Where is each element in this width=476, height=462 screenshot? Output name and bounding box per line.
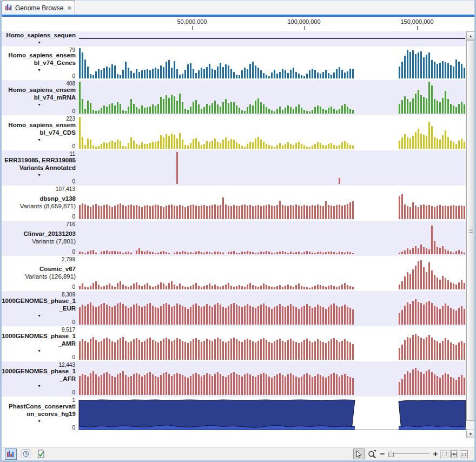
data-bar xyxy=(447,340,449,360)
data-bar xyxy=(409,138,411,149)
data-bar xyxy=(453,378,454,395)
data-bar xyxy=(233,102,235,114)
track-dropdown-icon[interactable]: ▾ xyxy=(38,384,40,388)
fit-width-button[interactable] xyxy=(450,450,458,458)
track-chart[interactable] xyxy=(78,31,466,47)
track-chart[interactable] xyxy=(78,186,466,221)
data-bar xyxy=(187,206,189,219)
data-bar xyxy=(187,146,189,149)
data-bar xyxy=(220,205,221,219)
data-bar xyxy=(230,69,232,78)
zoom-slider[interactable] xyxy=(388,450,429,458)
scroll-up-button[interactable]: ▲ xyxy=(466,31,475,40)
track-chart[interactable] xyxy=(78,115,466,150)
data-bar xyxy=(274,206,275,219)
track-chart[interactable] xyxy=(78,291,466,326)
data-bar xyxy=(328,307,329,325)
data-bar xyxy=(79,117,81,149)
data-bar xyxy=(330,339,332,360)
data-bar xyxy=(442,135,444,149)
track-dropdown-icon[interactable]: ▾ xyxy=(38,41,40,45)
track-dropdown-icon[interactable]: ▾ xyxy=(38,173,40,177)
data-bar xyxy=(263,283,265,289)
track-dropdown-icon[interactable]: ▾ xyxy=(38,419,40,424)
data-bar xyxy=(434,374,435,395)
data-bar xyxy=(418,207,419,219)
vertical-scrollbar-thumb[interactable] xyxy=(466,40,475,421)
data-bar xyxy=(260,102,262,114)
history-view-button[interactable] xyxy=(20,448,32,460)
track-dropdown-icon[interactable]: ▾ xyxy=(38,349,40,353)
vertical-scrollbar[interactable]: ▲ ▼ xyxy=(466,31,474,438)
data-bar xyxy=(241,205,243,219)
data-bar xyxy=(101,206,102,219)
data-bar xyxy=(268,342,270,360)
data-bar xyxy=(333,72,335,78)
data-bar xyxy=(79,252,81,254)
data-bar xyxy=(404,204,406,219)
data-bar xyxy=(166,206,167,219)
data-bar xyxy=(257,137,259,149)
data-bar xyxy=(423,305,425,325)
zoom-slider-thumb[interactable] xyxy=(388,451,394,457)
data-bar xyxy=(442,206,444,219)
track-dropdown-icon[interactable]: ▾ xyxy=(38,314,40,318)
data-bar xyxy=(84,375,86,395)
data-bar xyxy=(128,68,129,78)
element-info-view-button[interactable] xyxy=(35,448,47,460)
data-bar xyxy=(287,285,289,289)
data-bar xyxy=(163,373,164,395)
tab-genome-browser[interactable]: Genome Browse... × xyxy=(2,1,75,15)
data-bar xyxy=(114,206,116,219)
zoom-tool-button[interactable] xyxy=(366,448,378,459)
data-bar xyxy=(252,307,254,325)
fit-width-icon xyxy=(451,452,457,457)
track-chart[interactable] xyxy=(78,80,466,115)
data-bar xyxy=(141,207,143,219)
zoom-in-button[interactable]: + xyxy=(432,450,439,458)
data-bar xyxy=(320,341,321,360)
track-chart[interactable] xyxy=(78,256,466,291)
data-bar xyxy=(230,304,232,325)
track-dropdown-icon[interactable]: ▾ xyxy=(38,138,40,142)
data-bar xyxy=(209,306,210,325)
track-dropdown-icon[interactable]: ▾ xyxy=(38,103,40,107)
data-bar xyxy=(282,251,283,254)
zoom-selection-button[interactable] xyxy=(440,450,448,458)
track-chart[interactable] xyxy=(78,150,466,186)
scroll-down-button[interactable]: ▼ xyxy=(466,430,475,438)
data-bar xyxy=(458,62,460,78)
zoom-out-button[interactable]: − xyxy=(379,450,386,458)
data-bar xyxy=(147,304,148,325)
data-bar xyxy=(458,141,460,149)
data-bar xyxy=(120,252,121,254)
selection-tool-button[interactable] xyxy=(353,448,365,459)
data-bar xyxy=(157,308,159,325)
data-bar xyxy=(271,72,273,78)
data-bar xyxy=(90,250,91,254)
track-chart[interactable] xyxy=(78,397,466,432)
track-list-view-button[interactable] xyxy=(5,448,17,460)
track-min-value: 0 xyxy=(72,143,75,149)
data-bar xyxy=(428,249,430,254)
data-bar xyxy=(439,248,441,254)
data-bar xyxy=(84,60,86,78)
track-chart[interactable] xyxy=(78,221,466,256)
track-chart[interactable] xyxy=(78,361,466,397)
data-bar xyxy=(220,63,221,78)
data-bar xyxy=(244,204,246,219)
track-chart[interactable] xyxy=(78,47,466,80)
zoom-100-button[interactable]: 1:1 xyxy=(460,450,468,458)
data-bar xyxy=(322,206,324,219)
tab-close-icon[interactable]: × xyxy=(67,5,71,11)
data-bar xyxy=(176,303,178,325)
track-min-value: 0 xyxy=(72,319,75,325)
data-bar xyxy=(447,99,449,114)
track-chart[interactable] xyxy=(78,326,466,361)
track-dropdown-icon[interactable]: ▾ xyxy=(38,68,40,72)
data-bar xyxy=(347,376,348,395)
data-bar xyxy=(187,309,189,325)
data-bar xyxy=(317,105,319,114)
data-bar xyxy=(461,138,462,149)
data-bar xyxy=(133,206,135,219)
